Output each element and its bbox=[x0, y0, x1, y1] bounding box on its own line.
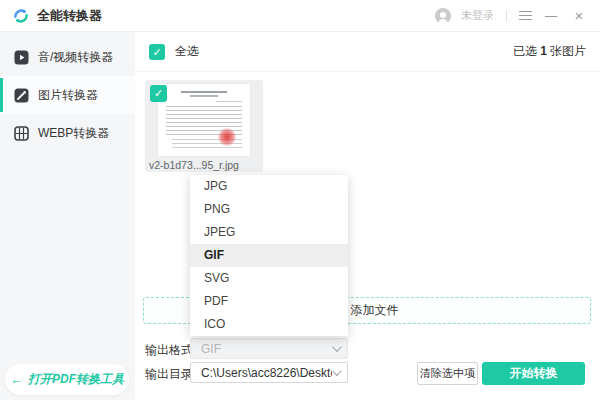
sidebar-item-label: 音/视频转换器 bbox=[38, 49, 113, 66]
sidebar-item-label: 图片转换器 bbox=[38, 87, 98, 104]
sidebar-item-image-converter[interactable]: 图片转换器 bbox=[0, 76, 135, 114]
selected-suffix: 张图片 bbox=[550, 44, 586, 58]
red-seal-stamp bbox=[218, 128, 236, 146]
titlebar-divider bbox=[506, 10, 507, 22]
format-option-pdf[interactable]: PDF bbox=[190, 290, 348, 313]
app-title: 全能转换器 bbox=[37, 7, 102, 25]
sidebar-item-webp-converter[interactable]: WEBP转换器 bbox=[0, 114, 135, 152]
film-grid-icon bbox=[14, 126, 29, 141]
back-arrow-icon: ← bbox=[10, 372, 23, 387]
output-format-label: 输出格式: bbox=[145, 342, 196, 359]
output-format-select[interactable]: GIF bbox=[190, 338, 348, 359]
format-dropdown-menu: JPG PNG JPEG GIF SVG PDF ICO bbox=[190, 175, 348, 336]
start-convert-button[interactable]: 开始转换 bbox=[482, 362, 585, 385]
format-option-ico[interactable]: ICO bbox=[190, 313, 348, 336]
play-video-icon bbox=[14, 50, 29, 65]
output-dir-label: 输出目录: bbox=[145, 366, 196, 383]
add-file-label: 添加文件 bbox=[350, 302, 398, 319]
chevron-down-icon bbox=[332, 366, 342, 376]
login-status[interactable]: 未登录 bbox=[461, 8, 494, 23]
image-thumbnail-card[interactable]: ✓ v2-b1d73...95_r.jpg bbox=[145, 80, 263, 172]
selected-count: 1 bbox=[540, 44, 547, 58]
selected-prefix: 已选 bbox=[513, 44, 537, 58]
chevron-down-icon bbox=[332, 342, 342, 352]
format-option-jpg[interactable]: JPG bbox=[190, 175, 348, 198]
app-window: 全能转换器 未登录 — × 音/视频转换器 图片转换器 bbox=[0, 0, 600, 400]
title-bar: 全能转换器 未登录 — × bbox=[0, 0, 600, 32]
output-format-value: GIF bbox=[201, 342, 332, 356]
thumbnail-filename: v2-b1d73...95_r.jpg bbox=[149, 159, 239, 171]
document-preview bbox=[158, 84, 250, 156]
format-option-gif[interactable]: GIF bbox=[190, 244, 348, 267]
user-avatar-icon[interactable] bbox=[435, 8, 451, 24]
output-dir-value: C:\Users\acc8226\Desktop bbox=[201, 366, 332, 380]
format-option-jpeg[interactable]: JPEG bbox=[190, 221, 348, 244]
format-option-svg[interactable]: SVG bbox=[190, 267, 348, 290]
format-option-png[interactable]: PNG bbox=[190, 198, 348, 221]
close-button[interactable]: × bbox=[570, 7, 588, 25]
list-header: ✓ 全选 已选1张图片 bbox=[135, 32, 600, 72]
minimize-button[interactable]: — bbox=[542, 7, 560, 25]
selected-count-text: 已选1张图片 bbox=[513, 43, 586, 60]
output-dir-select[interactable]: C:\Users\acc8226\Desktop bbox=[190, 362, 348, 383]
pdf-tool-label: 打开PDF转换工具 bbox=[28, 371, 124, 388]
clear-selected-button[interactable]: 清除选中项 bbox=[417, 362, 478, 385]
main-panel: ✓ 全选 已选1张图片 ✓ v2-b1d73...95_r.jpg + 添加文件… bbox=[135, 32, 600, 400]
select-all-label[interactable]: 全选 bbox=[175, 43, 199, 60]
sidebar-item-audio-video-converter[interactable]: 音/视频转换器 bbox=[0, 38, 135, 76]
thumbnail-checkbox[interactable]: ✓ bbox=[150, 85, 167, 102]
open-pdf-tool-button[interactable]: ← 打开PDF转换工具 bbox=[5, 364, 129, 395]
sidebar-item-label: WEBP转换器 bbox=[38, 125, 109, 142]
menu-icon[interactable] bbox=[519, 9, 532, 23]
image-edit-icon bbox=[14, 88, 29, 103]
app-logo-sync-icon bbox=[12, 7, 30, 25]
select-all-checkbox[interactable]: ✓ bbox=[149, 44, 165, 60]
sidebar: 音/视频转换器 图片转换器 WEBP转换器 ← 打开PDF转换工具 bbox=[0, 32, 135, 400]
